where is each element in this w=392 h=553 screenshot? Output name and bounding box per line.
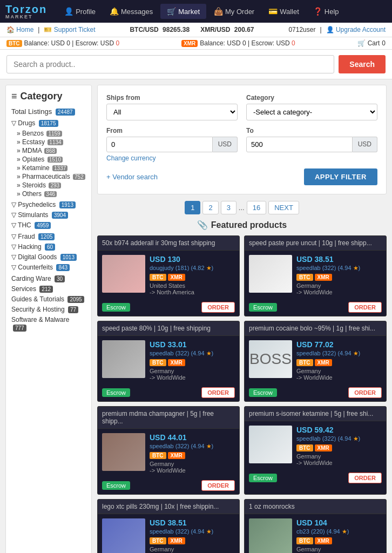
sidebar-item-software[interactable]: Software & Malware 777: [11, 315, 86, 332]
from-currency: USD: [213, 137, 238, 152]
xmr-badge: XMR: [181, 40, 198, 47]
nav-profile[interactable]: 👤 Profile: [58, 4, 102, 19]
xmr-badge-p4: XMR: [315, 359, 332, 366]
cart-area[interactable]: 🛒 Cart 0: [357, 39, 386, 47]
help-icon: ❓: [313, 7, 322, 16]
sidebar-item-steroids[interactable]: » Steroids 293: [11, 181, 86, 190]
btc-badge-p2: BTC: [296, 274, 313, 281]
product-image-8: [249, 518, 292, 553]
sidebar-item-opiates[interactable]: » Opiates 1510: [11, 155, 86, 164]
sidebar-item-psychedelics[interactable]: ▽ Psychedelics 1913: [11, 200, 86, 208]
product-image-6: [249, 426, 292, 463]
sidebar-item-stimulants[interactable]: ▽ Stimulants 3904: [11, 211, 86, 219]
btc-badge: BTC: [6, 40, 22, 47]
sidebar-item-others[interactable]: » Others 346: [11, 190, 86, 198]
sidebar-item-benzos[interactable]: » Benzos 1159: [11, 129, 86, 138]
sidebar-title: ≡ Category: [11, 91, 86, 102]
filter-row-2: From USD Change currency To USD: [106, 127, 377, 162]
sidebar-item-hacking[interactable]: ▽ Hacking 60: [11, 242, 86, 251]
page-2-button[interactable]: 2: [202, 201, 218, 214]
escrow-badge-4: Escrow: [249, 388, 277, 397]
xmr-price: XMR/USD 200.67: [200, 26, 254, 33]
products-grid: 50x b974 adderall ir 30mg fast shipping …: [97, 235, 387, 553]
change-currency-link[interactable]: Change currency: [106, 154, 156, 162]
product-card-7: lego xtc pills 230mg | 10x | free shippi…: [97, 499, 240, 553]
sidebar-item-counterfeits[interactable]: ▽ Counterfeits 843: [11, 263, 86, 271]
topbar-left: 🏠 Home | 🎫 Support Ticket: [6, 26, 96, 33]
btc-price: BTC/USD 98265.38: [130, 26, 190, 33]
product-title-2: speed paste pure uncut | 10g | free ship…: [245, 236, 386, 251]
search-button[interactable]: Search: [339, 55, 386, 73]
product-title-8: 1 oz moonrocks: [245, 500, 386, 514]
vendor-search-link[interactable]: + Vendor search: [106, 173, 158, 181]
page-dots: ...: [239, 204, 245, 212]
nav-wallet[interactable]: 💳 Wallet: [262, 4, 306, 19]
order-button-5[interactable]: ORDER: [201, 480, 235, 491]
product-card-8: 1 oz moonrocks USD 104 cb23 (220) (4.94 …: [244, 499, 387, 553]
btc-badge-p1: BTC: [150, 274, 166, 281]
featured-title: 📎 Featured products: [97, 220, 387, 230]
sidebar-item-ketamine[interactable]: » Ketamine 1337: [11, 164, 86, 172]
product-image-7: [102, 518, 145, 553]
to-currency: USD: [353, 137, 377, 152]
btc-badge-p7: BTC: [150, 537, 166, 544]
sidebar-item-pharmaceuticals[interactable]: » Pharmaceuticals 752: [11, 172, 86, 181]
page-3-button[interactable]: 3: [221, 201, 236, 214]
main-layout: ≡ Category Total Listings 24487 ▽ Drugs …: [0, 79, 392, 553]
apply-filter-button[interactable]: APPLY FILTER: [304, 168, 377, 185]
search-input[interactable]: [6, 55, 334, 73]
page-1-button[interactable]: 1: [185, 201, 200, 214]
order-button-4[interactable]: ORDER: [348, 387, 382, 398]
sidebar-item-security[interactable]: Security & Hosting 77: [11, 305, 86, 313]
product-image-2: [249, 255, 292, 293]
nav-messages[interactable]: 🔔 Messages: [103, 4, 159, 19]
sidebar-item-carding-ware[interactable]: Carding Ware 30: [11, 274, 86, 282]
nav-myorder[interactable]: 👜 My Order: [207, 4, 261, 19]
site-logo[interactable]: Torzon MARKET: [5, 4, 47, 19]
category-select[interactable]: -Select a category- Drugs Psychedelics: [246, 104, 377, 120]
filter-row-1: Ships from All United States Germany Net…: [106, 94, 377, 120]
wallet-icon: 💳: [268, 7, 278, 16]
username: 0712user: [288, 26, 315, 33]
upgrade-link[interactable]: 👤 Upgrade Account: [326, 26, 386, 33]
xmr-balance-text: Balance: USD 0 | Escrow: USD 0: [200, 39, 295, 47]
product-image-4: BOSS: [249, 340, 292, 378]
ships-from-select[interactable]: All United States Germany Netherlands: [106, 104, 238, 120]
page-16-button[interactable]: 16: [247, 201, 266, 214]
order-button-6[interactable]: ORDER: [348, 473, 382, 483]
from-input[interactable]: [106, 137, 213, 152]
home-link[interactable]: 🏠 Home: [6, 26, 33, 33]
btc-badge-p8: BTC: [296, 537, 313, 544]
product-title-1: 50x b974 adderall ir 30mg fast shipping: [98, 236, 239, 251]
sidebar-item-fraud[interactable]: ▽ Fraud 1205: [11, 232, 86, 240]
product-image-5: [102, 433, 145, 471]
sidebar-item-thc[interactable]: ▽ THC 4959: [11, 221, 86, 229]
sidebar-item-mdma[interactable]: » MDMA 868: [11, 146, 86, 155]
product-card-4: premium cocaine bolo ~95% | 1g | free sh…: [244, 321, 387, 402]
sidebar-item-drugs[interactable]: ▽ Drugs 18175: [11, 119, 86, 127]
btc-badge-p4: BTC: [296, 359, 313, 366]
sidebar-item-ecstasy[interactable]: » Ecstasy 1134: [11, 138, 86, 146]
to-input[interactable]: [246, 137, 353, 152]
page-next-button[interactable]: NEXT: [268, 201, 299, 214]
support-link[interactable]: 🎫 Support Ticket: [44, 26, 95, 33]
order-button-1[interactable]: ORDER: [201, 302, 235, 313]
nav-market[interactable]: 🛒 Market: [160, 4, 206, 19]
order-button-2[interactable]: ORDER: [348, 302, 382, 313]
filter-bottom: + Vendor search APPLY FILTER: [106, 168, 377, 185]
escrow-badge-1: Escrow: [102, 303, 130, 312]
xmr-badge-p1: XMR: [168, 274, 185, 281]
product-card-1: 50x b974 adderall ir 30mg fast shipping …: [97, 235, 240, 316]
sidebar: ≡ Category Total Listings 24487 ▽ Drugs …: [5, 85, 92, 553]
order-button-3[interactable]: ORDER: [201, 387, 235, 398]
topbar-right: 0712user | 👤 Upgrade Account: [288, 26, 386, 33]
sidebar-item-guides[interactable]: Guides & Tutorials 2095: [11, 295, 86, 303]
product-title-6: premium s-isomer ketamine | 5g | free sh…: [245, 407, 386, 421]
sidebar-item-services[interactable]: Services 212: [11, 285, 86, 293]
nav-help[interactable]: ❓ Help: [307, 4, 346, 19]
messages-icon: 🔔: [110, 7, 119, 16]
escrow-badge-2: Escrow: [249, 303, 277, 312]
btc-balance: BTC Balance: USD 0 | Escrow: USD 0: [6, 39, 119, 47]
escrow-badge-5: Escrow: [102, 481, 130, 490]
sidebar-item-digital-goods[interactable]: ▽ Digital Goods 1013: [11, 253, 86, 261]
